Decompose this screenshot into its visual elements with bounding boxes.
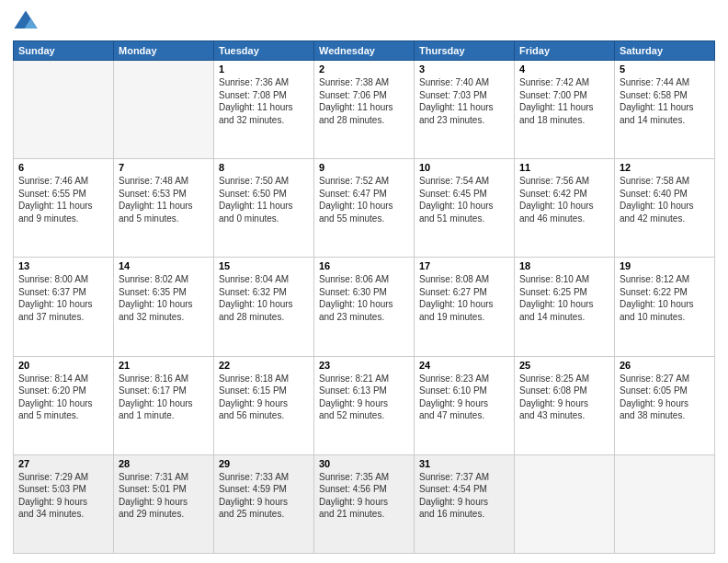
day-number: 6 [18,162,108,173]
week-row-4: 20Sunrise: 8:14 AM Sunset: 6:20 PM Dayli… [14,356,715,454]
day-cell: 29Sunrise: 7:33 AM Sunset: 4:59 PM Dayli… [214,454,314,553]
day-number: 8 [219,162,309,173]
week-row-1: 1Sunrise: 7:36 AM Sunset: 7:08 PM Daylig… [14,61,715,159]
day-info: Sunrise: 7:52 AM Sunset: 6:47 PM Dayligh… [319,175,409,224]
weekday-wednesday: Wednesday [314,41,415,61]
day-number: 13 [18,260,108,271]
day-cell: 22Sunrise: 8:18 AM Sunset: 6:15 PM Dayli… [214,356,314,454]
day-number: 3 [419,63,509,75]
day-cell: 8Sunrise: 7:50 AM Sunset: 6:50 PM Daylig… [214,159,314,258]
day-number: 24 [419,360,509,371]
day-cell: 1Sunrise: 7:36 AM Sunset: 7:08 PM Daylig… [214,61,314,159]
day-number: 4 [519,63,609,75]
day-cell: 19Sunrise: 8:12 AM Sunset: 6:22 PM Dayli… [615,258,715,356]
day-cell: 10Sunrise: 7:54 AM Sunset: 6:45 PM Dayli… [415,159,515,258]
day-info: Sunrise: 8:18 AM Sunset: 6:15 PM Dayligh… [219,373,309,422]
day-cell: 31Sunrise: 7:37 AM Sunset: 4:54 PM Dayli… [415,454,515,553]
day-cell [114,61,214,159]
day-cell: 23Sunrise: 8:21 AM Sunset: 6:13 PM Dayli… [314,356,415,454]
day-info: Sunrise: 8:21 AM Sunset: 6:13 PM Dayligh… [319,373,409,422]
day-number: 2 [319,63,409,75]
day-info: Sunrise: 8:27 AM Sunset: 6:05 PM Dayligh… [620,373,710,422]
day-cell: 17Sunrise: 8:08 AM Sunset: 6:27 PM Dayli… [415,258,515,356]
day-number: 7 [119,162,209,173]
calendar-table: SundayMondayTuesdayWednesdayThursdayFrid… [13,40,715,554]
week-row-3: 13Sunrise: 8:00 AM Sunset: 6:37 PM Dayli… [14,258,715,356]
day-info: Sunrise: 8:00 AM Sunset: 6:37 PM Dayligh… [18,273,108,323]
day-cell [14,61,114,159]
day-number: 9 [319,162,409,173]
day-info: Sunrise: 7:58 AM Sunset: 6:40 PM Dayligh… [620,175,710,224]
day-cell: 11Sunrise: 7:56 AM Sunset: 6:42 PM Dayli… [515,159,615,258]
day-info: Sunrise: 7:46 AM Sunset: 6:55 PM Dayligh… [18,175,108,224]
day-cell: 2Sunrise: 7:38 AM Sunset: 7:06 PM Daylig… [314,61,415,159]
weekday-tuesday: Tuesday [214,41,314,61]
day-number: 23 [319,360,409,371]
day-info: Sunrise: 8:02 AM Sunset: 6:35 PM Dayligh… [119,273,209,323]
day-info: Sunrise: 7:29 AM Sunset: 5:03 PM Dayligh… [18,471,108,521]
day-number: 19 [620,260,710,271]
day-number: 29 [219,458,309,469]
day-number: 18 [519,260,609,271]
day-number: 31 [419,458,509,469]
day-cell: 25Sunrise: 8:25 AM Sunset: 6:08 PM Dayli… [515,356,615,454]
day-info: Sunrise: 7:33 AM Sunset: 4:59 PM Dayligh… [219,471,309,521]
day-cell [515,454,615,553]
day-info: Sunrise: 7:44 AM Sunset: 6:58 PM Dayligh… [620,76,710,126]
day-number: 20 [18,360,108,371]
day-cell: 6Sunrise: 7:46 AM Sunset: 6:55 PM Daylig… [14,159,114,258]
week-row-5: 27Sunrise: 7:29 AM Sunset: 5:03 PM Dayli… [14,454,715,553]
day-info: Sunrise: 8:25 AM Sunset: 6:08 PM Dayligh… [519,373,609,422]
weekday-sunday: Sunday [14,41,114,61]
logo [13,9,42,35]
day-number: 25 [519,360,609,371]
day-info: Sunrise: 7:42 AM Sunset: 7:00 PM Dayligh… [519,76,609,126]
day-number: 1 [219,63,309,75]
day-info: Sunrise: 7:38 AM Sunset: 7:06 PM Dayligh… [319,76,409,126]
day-cell: 16Sunrise: 8:06 AM Sunset: 6:30 PM Dayli… [314,258,415,356]
day-number: 5 [620,63,710,75]
day-number: 12 [620,162,710,173]
day-info: Sunrise: 8:10 AM Sunset: 6:25 PM Dayligh… [519,273,609,323]
day-cell: 9Sunrise: 7:52 AM Sunset: 6:47 PM Daylig… [314,159,415,258]
day-number: 21 [119,360,209,371]
day-cell [615,454,715,553]
day-cell: 21Sunrise: 8:16 AM Sunset: 6:17 PM Dayli… [114,356,214,454]
day-number: 15 [219,260,309,271]
day-info: Sunrise: 8:04 AM Sunset: 6:32 PM Dayligh… [219,273,309,323]
day-cell: 20Sunrise: 8:14 AM Sunset: 6:20 PM Dayli… [14,356,114,454]
day-info: Sunrise: 8:08 AM Sunset: 6:27 PM Dayligh… [419,273,509,323]
page: SundayMondayTuesdayWednesdayThursdayFrid… [0,0,728,563]
day-cell: 12Sunrise: 7:58 AM Sunset: 6:40 PM Dayli… [615,159,715,258]
day-info: Sunrise: 8:16 AM Sunset: 6:17 PM Dayligh… [119,373,209,422]
day-info: Sunrise: 7:54 AM Sunset: 6:45 PM Dayligh… [419,175,509,224]
day-number: 26 [620,360,710,371]
day-number: 27 [18,458,108,469]
day-number: 16 [319,260,409,271]
day-info: Sunrise: 8:06 AM Sunset: 6:30 PM Dayligh… [319,273,409,323]
day-number: 17 [419,260,509,271]
day-info: Sunrise: 7:56 AM Sunset: 6:42 PM Dayligh… [519,175,609,224]
day-cell: 28Sunrise: 7:31 AM Sunset: 5:01 PM Dayli… [114,454,214,553]
day-number: 11 [519,162,609,173]
day-info: Sunrise: 8:12 AM Sunset: 6:22 PM Dayligh… [620,273,710,323]
day-cell: 15Sunrise: 8:04 AM Sunset: 6:32 PM Dayli… [214,258,314,356]
day-cell: 13Sunrise: 8:00 AM Sunset: 6:37 PM Dayli… [14,258,114,356]
day-cell: 3Sunrise: 7:40 AM Sunset: 7:03 PM Daylig… [415,61,515,159]
day-cell: 24Sunrise: 8:23 AM Sunset: 6:10 PM Dayli… [415,356,515,454]
weekday-header-row: SundayMondayTuesdayWednesdayThursdayFrid… [14,41,715,61]
day-number: 28 [119,458,209,469]
weekday-thursday: Thursday [415,41,515,61]
day-info: Sunrise: 7:40 AM Sunset: 7:03 PM Dayligh… [419,76,509,126]
day-info: Sunrise: 7:37 AM Sunset: 4:54 PM Dayligh… [419,471,509,521]
day-cell: 27Sunrise: 7:29 AM Sunset: 5:03 PM Dayli… [14,454,114,553]
weekday-saturday: Saturday [615,41,715,61]
day-info: Sunrise: 7:36 AM Sunset: 7:08 PM Dayligh… [219,76,309,126]
day-info: Sunrise: 7:35 AM Sunset: 4:56 PM Dayligh… [319,471,409,521]
day-number: 14 [119,260,209,271]
day-cell: 4Sunrise: 7:42 AM Sunset: 7:00 PM Daylig… [515,61,615,159]
day-cell: 30Sunrise: 7:35 AM Sunset: 4:56 PM Dayli… [314,454,415,553]
day-number: 30 [319,458,409,469]
weekday-friday: Friday [515,41,615,61]
logo-icon [13,9,39,35]
